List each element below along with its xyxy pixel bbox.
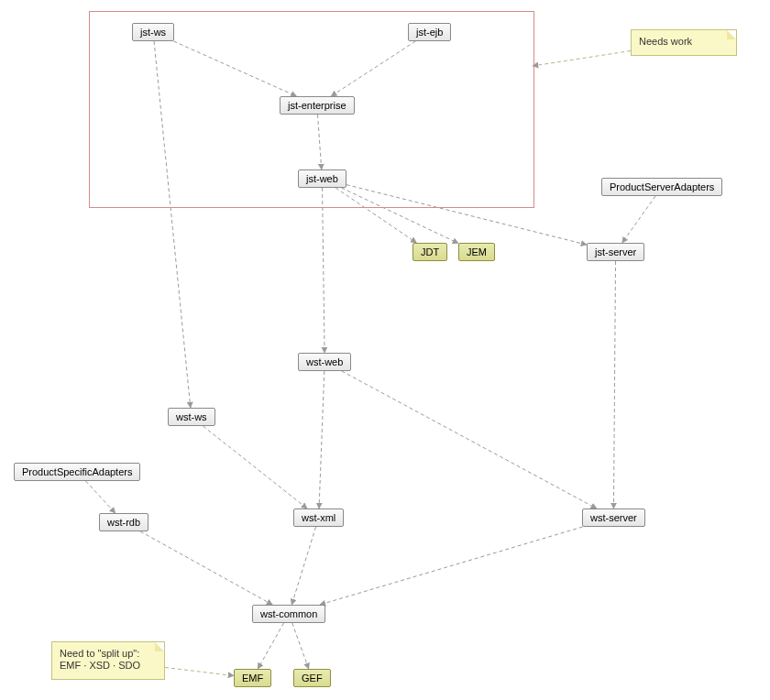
edge-jst_web-to-wst_web	[323, 188, 324, 353]
edge-pspec-to-wst_rdb	[85, 481, 115, 513]
edge-wst_server-to-wst_common	[320, 527, 583, 605]
note-text: Needs work	[639, 36, 692, 47]
edge-wst_web-to-wst_xml	[319, 371, 324, 509]
note-text-line1: Need to "split up":	[60, 648, 139, 659]
edge-wst_web-to-wst_server	[342, 371, 597, 509]
node-jst-enterprise[interactable]: jst-enterprise	[280, 96, 355, 115]
node-product-specific-adapters[interactable]: ProductSpecificAdapters	[14, 463, 140, 481]
node-wst-ws[interactable]: wst-ws	[168, 408, 215, 426]
node-wst-common[interactable]: wst-common	[252, 605, 325, 623]
note-text-line2: EMF · XSD · SDO	[60, 660, 140, 671]
node-jem[interactable]: JEM	[458, 243, 495, 261]
node-jst-ws[interactable]: jst-ws	[132, 23, 174, 41]
node-wst-xml[interactable]: wst-xml	[293, 509, 344, 527]
edge-wst_common-to-emf	[258, 623, 283, 669]
node-jst-ejb[interactable]: jst-ejb	[408, 23, 451, 41]
node-gef[interactable]: GEF	[293, 669, 331, 687]
node-emf[interactable]: EMF	[234, 669, 271, 687]
note-split-up[interactable]: Need to "split up": EMF · XSD · SDO	[51, 641, 165, 680]
edge-psa-to-jst_server	[622, 196, 655, 243]
node-jst-web[interactable]: jst-web	[298, 170, 346, 188]
edge-jst_server-to-wst_server	[613, 261, 615, 509]
node-wst-web[interactable]: wst-web	[298, 353, 351, 371]
node-jst-server[interactable]: jst-server	[587, 243, 644, 261]
note-link	[533, 50, 631, 66]
note-needs-work[interactable]: Needs work	[631, 29, 737, 56]
edge-wst_xml-to-wst_common	[292, 527, 315, 605]
diagram-canvas: jst-ws jst-ejb jst-enterprise jst-web JD…	[0, 0, 770, 700]
node-wst-rdb[interactable]: wst-rdb	[99, 513, 148, 531]
edge-wst_rdb-to-wst_common	[140, 531, 272, 605]
note-link	[165, 667, 234, 675]
node-jdt[interactable]: JDT	[412, 243, 447, 261]
node-wst-server[interactable]: wst-server	[582, 509, 645, 527]
edge-wst_common-to-gef	[292, 623, 309, 669]
node-product-server-adapters[interactable]: ProductServerAdapters	[601, 178, 722, 196]
edge-wst_ws-to-wst_xml	[203, 426, 307, 509]
